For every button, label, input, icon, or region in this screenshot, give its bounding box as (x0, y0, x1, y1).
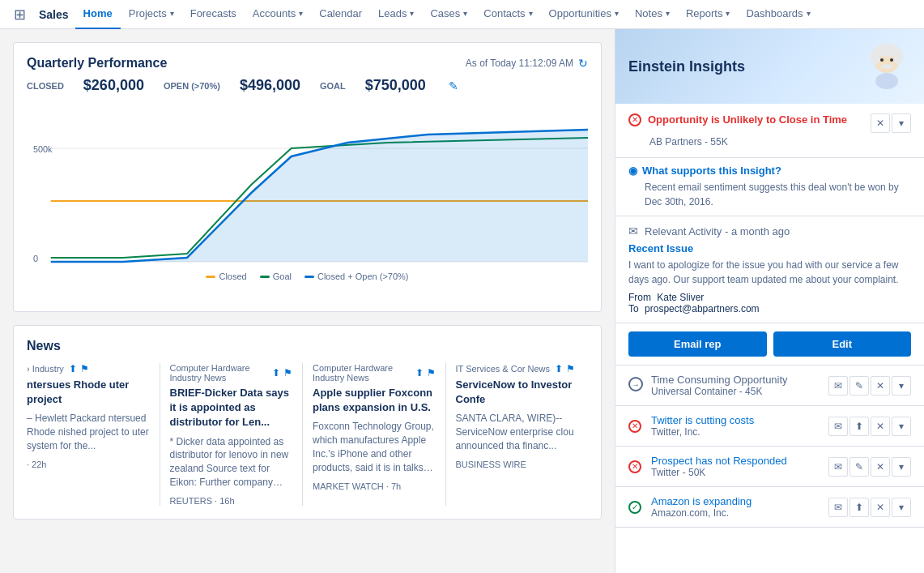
chevron-down-icon: ▾ (299, 9, 303, 18)
einstein-avatar (862, 42, 911, 91)
nav-item-forecasts[interactable]: Forecasts (182, 0, 245, 29)
other-insight-content-1: Twitter is cutting costs Twitter, Inc. (651, 414, 822, 438)
edit-goal-icon[interactable]: ✎ (449, 79, 458, 92)
other-insight-title-0: Time Consuming Opportunity (651, 374, 822, 386)
news-category-1: Computer Hardware Industry News ⬆ ⚑ (170, 363, 293, 383)
legend-closed: Closed (206, 272, 246, 281)
dismiss-icon-0[interactable]: ✕ (871, 376, 890, 396)
insight-header-row: ✕ Opportunity is Unlikely to Close in Ti… (628, 113, 911, 133)
insight-support: ◉ What supports this Insight? Recent ema… (615, 158, 924, 216)
edit-icon-2[interactable]: ✎ (849, 457, 869, 477)
performance-card: Quarterly Performance As of Today 11:12:… (13, 42, 602, 312)
news-source-3: BUSINESS WIRE (456, 460, 579, 469)
dismiss-button[interactable]: ✕ (871, 113, 890, 133)
svg-text:500k: 500k (33, 144, 53, 154)
legend-open: Closed + Open (>70%) (304, 272, 409, 281)
collapse-icon-3[interactable]: ▾ (892, 498, 911, 517)
share-icon-1[interactable]: ⬆ (849, 417, 869, 436)
nav-item-projects[interactable]: Projects ▾ (121, 0, 182, 29)
collapse-icon-1[interactable]: ▾ (892, 417, 911, 436)
nav-item-cases[interactable]: Cases ▾ (422, 0, 475, 29)
nav-bar: ⊞ Sales Home Projects ▾ Forecasts Accoun… (0, 0, 924, 29)
activity-to: To prospect@abpartners.com (628, 303, 911, 314)
news-body-2: Foxconn Technology Group, which manufact… (313, 420, 436, 474)
news-source-1: REUTERS · 16h (170, 496, 293, 506)
email-rep-button[interactable]: Email rep (628, 331, 767, 357)
insight-subtitle: AB Partners - 55K (649, 136, 911, 148)
svg-text:→: → (632, 380, 640, 389)
email-icon-1[interactable]: ✉ (828, 417, 848, 436)
x-circle-icon-2: ✕ (628, 460, 645, 473)
edit-icon-0[interactable]: ✎ (849, 376, 869, 396)
flag-icon[interactable]: ⚑ (427, 367, 436, 378)
insight-title[interactable]: Opportunity is Unlikely to Close in Time (648, 113, 864, 126)
nav-item-opportunities[interactable]: Opportunities ▾ (541, 0, 627, 29)
svg-point-16 (880, 64, 893, 69)
edit-button[interactable]: Edit (773, 331, 912, 357)
flag-icon[interactable]: ⚑ (283, 367, 292, 378)
nav-item-home[interactable]: Home (75, 0, 121, 29)
svg-point-14 (880, 58, 884, 62)
other-insight-1: ✕ Twitter is cutting costs Twitter, Inc.… (615, 406, 924, 447)
unlikely-icon: ✕ (628, 113, 641, 126)
chevron-down-icon: ▾ (666, 9, 670, 18)
nav-item-reports[interactable]: Reports ▾ (678, 0, 739, 29)
share-icon[interactable]: ⬆ (272, 367, 280, 378)
relevant-activity: ✉ Relevant Activity - a month ago Recent… (615, 216, 924, 323)
other-insight-content-2: Prospect has not Responded Twitter - 50K (651, 455, 822, 478)
email-icon-0[interactable]: ✉ (828, 376, 848, 396)
nav-item-calendar[interactable]: Calendar (311, 0, 370, 29)
news-source-2: MARKET WATCH · 7h (313, 481, 436, 491)
nav-item-contacts[interactable]: Contacts ▾ (475, 0, 540, 29)
news-body-3: SANTA CLARA, WIRE)--ServiceNow enterpris… (456, 412, 579, 452)
svg-point-15 (890, 58, 893, 62)
other-insight-title-2[interactable]: Prospect has not Responded (651, 455, 822, 467)
activity-title: Relevant Activity - a month ago (645, 225, 790, 237)
share-icon[interactable]: ⬆ (555, 363, 563, 374)
chevron-down-icon: ▾ (529, 9, 533, 18)
share-icon[interactable]: ⬆ (415, 367, 424, 378)
activity-from: From Kate Sliver (628, 292, 911, 303)
collapse-icon-0[interactable]: ▾ (892, 376, 911, 396)
chevron-down-icon: ▾ (726, 9, 730, 18)
performance-metrics: CLOSED $260,000 OPEN (>70%) $496,000 GOA… (27, 77, 588, 94)
open-dot (304, 276, 314, 278)
news-item-2: Computer Hardware Industry News ⬆ ⚑ Appl… (303, 363, 446, 506)
email-icon-2[interactable]: ✉ (828, 457, 848, 477)
share-icon[interactable]: ⬆ (69, 363, 77, 374)
news-card: News › Industry ⬆ ⚑ ntersues Rhode uter … (13, 325, 602, 520)
svg-point-13 (893, 49, 903, 65)
recent-issue-link[interactable]: Recent Issue (628, 242, 911, 254)
svg-point-10 (875, 73, 898, 89)
insight-actions-1: ✉ ⬆ ✕ ▾ (828, 417, 911, 436)
chart-legend: Closed Goal Closed + Open (>70%) (27, 272, 588, 281)
news-headline-2: Apple supplier Foxconn plans expansion i… (313, 386, 436, 415)
nav-item-accounts[interactable]: Accounts ▾ (245, 0, 311, 29)
share-icon-3[interactable]: ⬆ (849, 498, 869, 517)
performance-title: Quarterly Performance (27, 56, 167, 71)
collapse-icon-2[interactable]: ▾ (892, 457, 911, 477)
nav-item-dashboards[interactable]: Dashboards ▾ (738, 0, 818, 29)
other-insight-title-3[interactable]: Amazon is expanding (651, 495, 822, 507)
dismiss-icon-1[interactable]: ✕ (871, 417, 890, 436)
flag-icon[interactable]: ⚑ (566, 363, 575, 374)
envelope-icon: ✉ (628, 224, 638, 237)
refresh-icon[interactable]: ↻ (578, 57, 588, 70)
news-title: News (27, 339, 588, 353)
nav-item-leads[interactable]: Leads ▾ (370, 0, 422, 29)
dismiss-icon-3[interactable]: ✕ (871, 498, 890, 517)
flag-icon[interactable]: ⚑ (80, 363, 89, 374)
nav-item-notes[interactable]: Notes ▾ (627, 0, 678, 29)
news-body-1: * Dicker data appointed as distributor f… (170, 435, 293, 490)
other-insight-title-1[interactable]: Twitter is cutting costs (651, 414, 822, 426)
email-icon-3[interactable]: ✉ (828, 498, 848, 517)
other-insight-sub-1: Twitter, Inc. (651, 426, 822, 438)
dismiss-icon-2[interactable]: ✕ (871, 457, 890, 477)
open-label: OPEN (>70%) (164, 81, 220, 91)
support-question[interactable]: ◉ What supports this Insight? (628, 165, 911, 177)
other-insight-3: ✓ Amazon is expanding Amazon.com, Inc. ✉… (615, 487, 924, 528)
app-name: Sales (32, 8, 75, 21)
apps-icon[interactable]: ⊞ (6, 0, 32, 29)
goal-dot (260, 276, 270, 278)
collapse-button[interactable]: ▾ (892, 113, 911, 133)
